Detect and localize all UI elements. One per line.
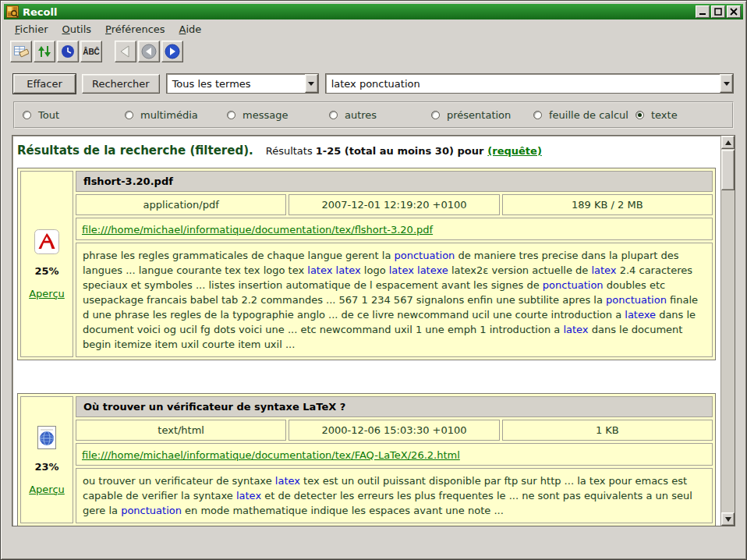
relevance-percent: 23% (34, 461, 58, 473)
result-snippet: phrase les regles grammaticales de chaqu… (76, 243, 713, 357)
pdf-file-icon (34, 229, 59, 254)
highlighted-term: latex (563, 324, 588, 335)
snippet-text: ou trouver un verificateur de syntaxe (83, 475, 275, 487)
next-page-button[interactable] (161, 41, 183, 62)
highlighted-term: ponctuation (543, 279, 604, 291)
menu-bar: FichierOutilsPréférencesAide (4, 19, 743, 39)
history-button[interactable] (57, 41, 79, 62)
first-page-icon (117, 43, 134, 60)
search-input[interactable]: latex ponctuation (325, 73, 734, 94)
history-icon (60, 44, 76, 59)
filter-feuille-de-calcul[interactable]: feuille de calcul (533, 109, 635, 121)
scrollbar-thumb[interactable] (721, 150, 735, 190)
filter-label: Tout (38, 109, 59, 121)
snippet-text: en mode mathematique indique les espaces… (182, 505, 504, 516)
result-url-link[interactable]: file:///home/michael/informatique/docume… (82, 449, 460, 461)
filter-autres[interactable]: autres (329, 109, 431, 121)
preview-link[interactable]: Aperçu (29, 288, 65, 299)
arrow-up-icon (725, 140, 731, 145)
menu-outils[interactable]: Outils (56, 22, 98, 37)
filter-label: présentation (447, 109, 511, 121)
menu-aide[interactable]: Aide (173, 22, 208, 37)
highlighted-term: ponctuation (395, 250, 455, 261)
filter-multimedia[interactable]: multimédia (125, 109, 227, 121)
scrollbar-track[interactable] (721, 149, 735, 512)
title-bar[interactable]: Recoll (4, 4, 743, 19)
preview-link[interactable]: Aperçu (29, 484, 65, 495)
highlighted-term: latex latex (307, 264, 360, 276)
filter-texte[interactable]: texte (635, 109, 678, 121)
radio-icon (329, 111, 338, 119)
filter-tout[interactable]: Tout (23, 109, 125, 121)
result-url-cell: file:///home/michael/informatique/docume… (76, 443, 713, 466)
result-url-link[interactable]: file:///home/michael/informatique/docume… (82, 224, 433, 236)
filter-message[interactable]: message (227, 109, 329, 121)
snippet-text: latex2ε version actuelle de (448, 264, 592, 276)
highlighted-term: ponctuation (121, 505, 182, 516)
clear-search-button[interactable] (10, 41, 32, 62)
term-explorer-button[interactable]: ÂBĈ (80, 41, 102, 62)
next-page-icon (164, 43, 181, 60)
tool-group-navigation (115, 41, 183, 62)
search-button[interactable]: Rechercher (82, 74, 160, 94)
results-header: Résultats de la recherche (filtered).Rés… (14, 139, 719, 168)
result-mime: text/html (76, 420, 286, 441)
menu-fichier[interactable]: Fichier (9, 22, 55, 37)
result-title: Où trouver un vérificateur de syntaxe La… (76, 396, 713, 417)
search-query-value: latex ponctuation (326, 74, 720, 93)
radio-icon (125, 111, 133, 119)
clear-search-icon (13, 44, 29, 59)
scroll-down-button[interactable] (721, 512, 735, 526)
filter-presentation[interactable]: présentation (431, 109, 533, 121)
previous-page-button[interactable] (138, 41, 160, 62)
results-scrollbar[interactable] (720, 136, 735, 526)
radio-icon (431, 111, 440, 119)
snippet-text: logo (361, 264, 389, 276)
maximize-button[interactable] (711, 5, 725, 18)
chevron-down-icon (724, 82, 730, 86)
results-list: 25% Aperçu flshort-3.20.pdf application/… (14, 168, 719, 526)
highlighted-term: latex (591, 264, 616, 276)
result-side-panel: 25% Aperçu (20, 171, 73, 357)
query-link[interactable]: (requête) (487, 145, 542, 157)
result-detail-panel: Où trouver un vérificateur de syntaxe La… (76, 396, 713, 523)
search-controls: Effacer Rechercher Tous les termes latex… (4, 67, 743, 95)
highlighted-term: ponctuation (606, 294, 667, 306)
results-content: Résultats de la recherche (filtered).Rés… (12, 136, 720, 526)
window-controls (696, 5, 741, 18)
search-mode-dropdown-button[interactable] (305, 74, 318, 93)
snippet-text: phrase les regles grammaticales de chaqu… (83, 250, 395, 261)
minimize-icon (698, 8, 707, 16)
result-meta-row: application/pdf 2007-12-01 12:19:20 +010… (76, 194, 713, 215)
result-mime: application/pdf (76, 194, 286, 215)
result-meta-row: text/html 2000-12-06 15:03:30 +0100 1 KB (76, 420, 713, 441)
filter-label: feuille de calcul (549, 109, 628, 121)
close-button[interactable] (727, 5, 741, 18)
filter-label: multimédia (140, 109, 198, 121)
result-size: 1 KB (502, 420, 713, 441)
results-summary-label: Résultats (266, 145, 313, 157)
search-history-dropdown-button[interactable] (720, 74, 733, 93)
sort-by-dates-icon (37, 44, 52, 59)
highlighted-term: latexe (625, 309, 656, 321)
clear-button[interactable]: Effacer (13, 74, 76, 94)
radio-selected-icon (635, 111, 644, 119)
previous-page-icon (140, 43, 158, 60)
radio-icon (227, 111, 235, 119)
result-detail-panel: flshort-3.20.pdf application/pdf 2007-12… (76, 171, 713, 357)
menu-preferences[interactable]: Préférences (99, 22, 171, 37)
filter-label: message (243, 109, 288, 121)
results-summary-detail: 1-25 (total au moins 30) pour (316, 145, 484, 157)
result-item: 25% Aperçu flshort-3.20.pdf application/… (17, 168, 716, 360)
search-mode-select[interactable]: Tous les termes (166, 73, 319, 94)
scroll-up-button[interactable] (721, 136, 735, 149)
minimize-button[interactable] (696, 5, 710, 18)
arrow-down-icon (725, 517, 731, 522)
app-icon (6, 5, 19, 18)
first-page-button[interactable] (115, 41, 136, 62)
window-title: Recoll (23, 7, 692, 17)
sort-by-dates-button[interactable] (34, 41, 55, 62)
search-mode-value: Tous les termes (167, 74, 305, 93)
result-side-panel: 23% Aperçu (20, 396, 73, 523)
tool-group-main: ÂBĈ (10, 41, 102, 62)
